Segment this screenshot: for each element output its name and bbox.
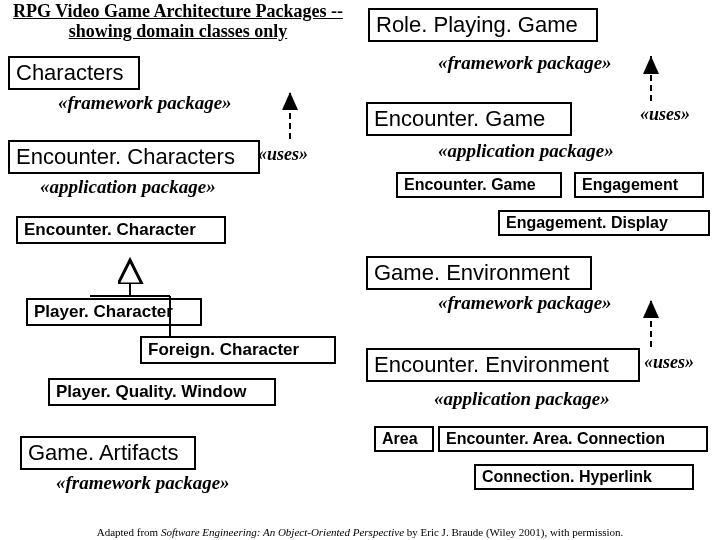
cls-encounter-game: Encounter. Game — [396, 172, 562, 198]
diagram-title: RPG Video Game Architecture Packages --s… — [8, 2, 348, 42]
cls-enc-area-connection: Encounter. Area. Connection — [438, 426, 708, 452]
pkg-encounter-environment: Encounter. Environment — [366, 348, 640, 382]
cls-player-quality-window: Player. Quality. Window — [48, 378, 276, 406]
uses-label-3: «uses» — [644, 352, 694, 373]
pkg-role-playing-game: Role. Playing. Game — [368, 8, 598, 42]
cls-encounter-character: Encounter. Character — [16, 216, 226, 244]
stereo-artifacts-framework: «framework package» — [56, 472, 230, 494]
stereo-rpg-framework: «framework package» — [438, 52, 612, 74]
stereo-enc-env-app: «application package» — [434, 388, 610, 410]
pkg-game-artifacts: Game. Artifacts — [20, 436, 196, 470]
cls-engagement-display: Engagement. Display — [498, 210, 710, 236]
pkg-encounter-characters: Encounter. Characters — [8, 140, 260, 174]
cls-connection-hyperlink: Connection. Hyperlink — [474, 464, 694, 490]
cls-player-character: Player. Character — [26, 298, 202, 326]
cls-area: Area — [374, 426, 434, 452]
uses-label-1: «uses» — [258, 144, 308, 165]
citation: Adapted from Software Engineering: An Ob… — [0, 526, 720, 538]
uses-label-2: «uses» — [640, 104, 690, 125]
stereo-enc-char-app: «application package» — [40, 176, 216, 198]
pkg-game-environment: Game. Environment — [366, 256, 592, 290]
stereo-env-framework: «framework package» — [438, 292, 612, 314]
pkg-encounter-game: Encounter. Game — [366, 102, 572, 136]
cls-engagement: Engagement — [574, 172, 704, 198]
pkg-characters: Characters — [8, 56, 140, 90]
stereo-enc-game-app: «application package» — [438, 140, 614, 162]
cls-foreign-character: Foreign. Character — [140, 336, 336, 364]
stereo-characters-framework: «framework package» — [58, 92, 232, 114]
